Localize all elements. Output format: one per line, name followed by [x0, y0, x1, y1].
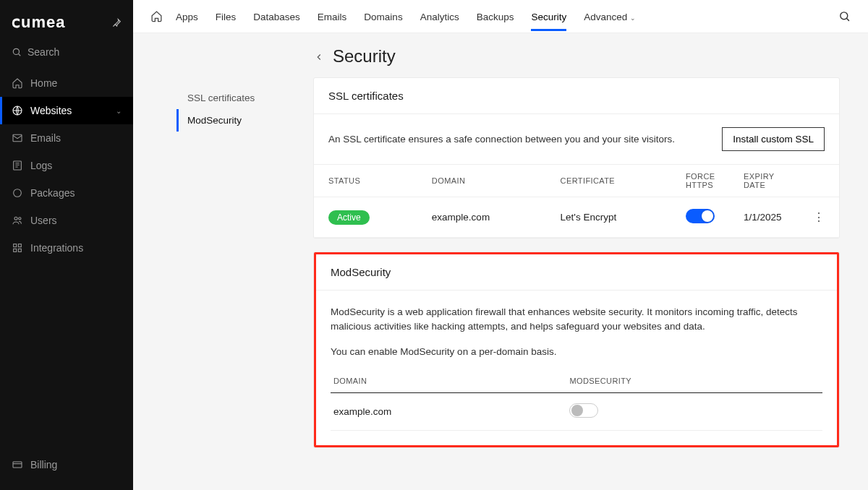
- svg-point-6: [19, 218, 21, 220]
- tab-emails[interactable]: Emails: [318, 2, 347, 30]
- ssl-cert-cell: Let's Encrypt: [550, 197, 676, 238]
- modsec-domain-cell: example.com: [331, 392, 566, 430]
- modsec-table-row: example.com: [331, 392, 822, 430]
- svg-rect-2: [13, 134, 22, 141]
- card-icon: [12, 459, 23, 470]
- page-title: Security: [333, 46, 396, 66]
- sidebar-item-label: Integrations: [30, 242, 83, 254]
- sidebar: ᴄumea Search Home Websites ⌄ Emails: [0, 0, 133, 490]
- grid-icon: [12, 242, 23, 254]
- col-force-https: FORCE HTTPS: [676, 165, 733, 197]
- ssl-table: STATUS DOMAIN CERTIFICATE FORCE HTTPS EX…: [314, 164, 839, 238]
- home-icon: [12, 77, 23, 89]
- home-icon[interactable]: [150, 10, 163, 23]
- modsec-description-1: ModSecurity is a web application firewal…: [331, 305, 822, 335]
- sidebar-item-logs[interactable]: Logs: [0, 152, 133, 179]
- users-icon: [12, 215, 23, 226]
- sidebar-item-label: Users: [30, 215, 57, 226]
- svg-rect-10: [18, 249, 21, 252]
- svg-rect-7: [14, 244, 17, 247]
- svg-point-5: [14, 217, 17, 220]
- topbar-search-button[interactable]: [838, 10, 851, 23]
- tab-files[interactable]: Files: [216, 2, 237, 30]
- col-domain: DOMAIN: [331, 369, 566, 393]
- col-modsecurity: MODSECURITY: [566, 369, 822, 393]
- tab-backups[interactable]: Backups: [477, 2, 514, 30]
- chevron-down-icon: ⌄: [116, 107, 122, 115]
- tab-apps[interactable]: Apps: [176, 2, 198, 30]
- sidebar-search[interactable]: Search: [0, 39, 133, 69]
- circle-icon: [12, 187, 23, 199]
- svg-rect-3: [14, 161, 22, 170]
- sidebar-item-label: Packages: [30, 187, 75, 199]
- svg-rect-9: [14, 249, 17, 252]
- sidebar-item-integrations[interactable]: Integrations: [0, 234, 133, 262]
- install-ssl-button[interactable]: Install custom SSL: [722, 127, 825, 151]
- sidebar-item-label: Emails: [30, 132, 61, 144]
- col-expiry: EXPIRY DATE: [733, 165, 799, 197]
- chevron-down-icon: ⌄: [630, 14, 636, 22]
- svg-point-0: [13, 48, 19, 54]
- pin-icon[interactable]: [111, 17, 122, 28]
- ssl-expiry-cell: 1/1/2025: [733, 197, 799, 238]
- svg-rect-11: [13, 462, 22, 468]
- subnav-ssl[interactable]: SSL certificates: [176, 87, 314, 109]
- svg-point-12: [841, 12, 848, 20]
- sidebar-search-label: Search: [27, 46, 59, 58]
- sidebar-item-emails[interactable]: Emails: [0, 124, 133, 152]
- col-status: STATUS: [314, 165, 422, 197]
- security-subnav: SSL certificates ModSecurity: [133, 33, 314, 490]
- sidebar-item-label: Home: [30, 77, 57, 89]
- col-domain: DOMAIN: [422, 165, 550, 197]
- modsecurity-card: ModSecurity ModSecurity is a web applica…: [314, 252, 839, 447]
- tab-advanced[interactable]: Advanced⌄: [584, 2, 636, 30]
- sidebar-item-packages[interactable]: Packages: [0, 179, 133, 207]
- ssl-card-heading: SSL certificates: [314, 78, 839, 114]
- sidebar-item-label: Billing: [30, 459, 57, 470]
- sidebar-item-home[interactable]: Home: [0, 69, 133, 97]
- globe-icon: [12, 105, 23, 116]
- tab-analytics[interactable]: Analytics: [420, 2, 459, 30]
- back-button[interactable]: [314, 49, 324, 64]
- topbar: Apps Files Databases Emails Domains Anal…: [133, 0, 868, 33]
- sidebar-item-billing[interactable]: Billing: [0, 451, 133, 478]
- col-certificate: CERTIFICATE: [550, 165, 676, 197]
- sidebar-item-label: Logs: [30, 160, 52, 171]
- ssl-card: SSL certificates An SSL certificate ensu…: [314, 78, 839, 238]
- modsec-table: DOMAIN MODSECURITY example.com: [331, 369, 822, 431]
- logs-icon: [12, 160, 23, 171]
- mail-icon: [12, 132, 23, 144]
- sidebar-item-users[interactable]: Users: [0, 207, 133, 234]
- status-badge: Active: [328, 210, 370, 225]
- svg-point-4: [14, 189, 22, 197]
- sidebar-item-label: Websites: [30, 105, 72, 116]
- modsec-heading: ModSecurity: [316, 254, 837, 291]
- modsecurity-toggle[interactable]: [569, 403, 598, 418]
- tab-databases[interactable]: Databases: [253, 2, 300, 30]
- modsec-description-2: You can enable ModSecurity on a per-doma…: [331, 345, 822, 359]
- search-icon: [12, 47, 22, 57]
- svg-rect-8: [18, 244, 21, 247]
- brand-logo: ᴄumea: [12, 13, 104, 32]
- force-https-toggle[interactable]: [686, 209, 715, 223]
- ssl-domain-cell: example.com: [422, 197, 550, 238]
- row-actions-menu[interactable]: ⋮: [809, 211, 829, 223]
- ssl-description: An SSL certificate ensures a safe connec…: [328, 134, 707, 145]
- ssl-table-row: Active example.com Let's Encrypt 1/1/202…: [314, 197, 839, 238]
- subnav-modsecurity[interactable]: ModSecurity: [176, 109, 314, 132]
- tab-security[interactable]: Security: [531, 2, 566, 30]
- tab-domains[interactable]: Domains: [364, 2, 402, 30]
- sidebar-item-websites[interactable]: Websites ⌄: [0, 97, 133, 124]
